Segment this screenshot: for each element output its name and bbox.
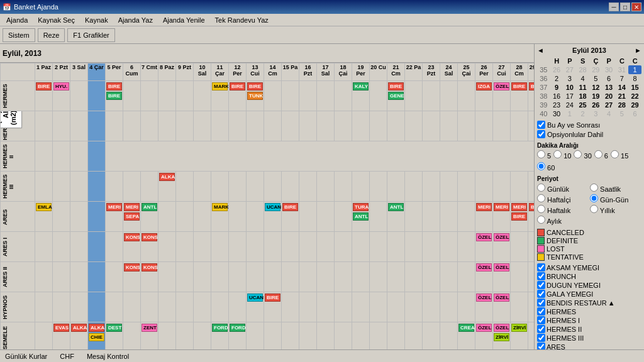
event-block[interactable]: ÖZEL [494,263,509,272]
mini-cal-day[interactable]: 4 [576,74,589,83]
hermesi-room-check[interactable] [537,316,545,324]
cell-ares-24[interactable] [440,202,458,232]
cell-ares-22[interactable] [405,202,423,232]
mini-cal-next[interactable]: ► [635,47,641,54]
cell-aresii-20[interactable] [370,262,387,292]
cell-hermesi-28[interactable] [511,111,528,141]
maximize-button[interactable]: □ [620,3,630,11]
event-block[interactable]: FORD [212,324,228,332]
cell-ares-11[interactable]: MARK [211,202,229,232]
cell-hermesiii-23[interactable] [423,172,440,202]
cell-hermes-18[interactable] [335,81,352,111]
cell-hypnos-24[interactable] [440,292,458,322]
cell-hermesi-23[interactable] [423,111,440,141]
event-block[interactable]: SEPA [124,212,140,221]
mini-cal-day[interactable]: 28 [576,65,589,74]
cell-hermes-19[interactable]: KALY [352,81,370,111]
event-block[interactable]: MERI [476,203,492,211]
event-block[interactable]: DEST [106,324,122,332]
cell-ares-23[interactable] [423,202,440,232]
cell-ares-4[interactable] [88,202,106,232]
event-block[interactable]: EMLA [36,203,52,211]
cell-ares-1[interactable]: EMLA [35,202,53,232]
cell-hermesi-3[interactable] [70,111,88,141]
cell-semele-8[interactable] [158,322,176,350]
mini-cal-day[interactable]: 19 [589,92,602,101]
cell-hermesi-7[interactable] [141,111,158,141]
event-block[interactable]: BIRE [388,82,404,90]
cell-ares-20[interactable] [370,202,387,232]
cell-semele-3[interactable]: ALKA [70,322,88,350]
cell-hermesiii-28[interactable] [511,172,528,202]
menu-kaynak-sec[interactable]: Kaynak Seç [33,14,80,26]
mini-cal-day[interactable]: 6 [602,74,616,83]
cell-hermes-29[interactable]: BIRE [528,81,535,111]
mini-cal-day[interactable]: 26 [550,65,564,74]
f1-grafikler-button[interactable]: F1 Grafikler [67,28,114,42]
cell-semele-21[interactable] [387,322,405,350]
cell-hypnos-10[interactable] [194,292,211,322]
cell-semele-1[interactable] [35,322,53,350]
event-block[interactable]: IZGA [476,82,492,90]
aksam-check[interactable] [537,263,545,272]
cell-hermesiii-11[interactable] [211,172,229,202]
event-block[interactable]: UCAN [247,293,263,302]
cell-aresii-2[interactable] [53,262,70,292]
mini-cal-day[interactable]: 31 [616,65,629,74]
cell-hermesiii-15[interactable] [282,172,299,202]
cell-hermes-21[interactable]: BIREGENE [387,81,405,111]
mini-cal-day[interactable]: 29 [589,65,602,74]
cell-hypnos-23[interactable] [423,292,440,322]
cell-hypnos-11[interactable] [211,292,229,322]
event-block[interactable]: MERI [511,203,527,211]
event-block[interactable]: ÖZEL [476,233,492,241]
gala-check[interactable] [537,290,545,298]
cell-aresii-24[interactable] [440,262,458,292]
cell-aresii-17[interactable] [317,262,335,292]
cell-aresii-28[interactable] [511,262,528,292]
cell-hermes-27[interactable]: ÖZEL [493,81,511,111]
opsiyonlular-checkbox[interactable] [537,130,545,138]
mini-cal-day[interactable]: 6 [628,109,641,118]
mini-cal-day[interactable]: 13 [602,83,616,92]
cell-hermesi-9[interactable] [176,111,194,141]
cell-semele-19[interactable] [352,322,370,350]
cell-hermesiii-5[interactable] [106,172,123,202]
cell-hermesiii-1[interactable] [35,172,53,202]
cell-hypnos-20[interactable] [370,292,387,322]
cell-aresii-18[interactable] [335,262,352,292]
cell-semele-24[interactable] [440,322,458,350]
cell-semele-22[interactable] [405,322,423,350]
mini-cal-day[interactable]: 28 [616,101,629,109]
cell-ares-19[interactable]: TURAANTL [352,202,370,232]
cell-aresii-16[interactable] [299,262,317,292]
cell-aresii-9[interactable] [176,262,194,292]
cell-aresii-6[interactable]: KONS [123,262,141,292]
radio-aylik[interactable] [537,216,545,224]
sistem-button[interactable]: Sistem [3,28,35,42]
cell-aresii-1[interactable] [35,262,53,292]
cell-hermesiii-6[interactable] [123,172,141,202]
cell-hypnos-21[interactable] [387,292,405,322]
event-block[interactable]: TURA [353,203,369,211]
cell-aresi-21[interactable] [387,232,405,262]
grid-container[interactable]: 1 Paz 2 Pzt 3 Sal 4 Çar 5 Per 6 Cum 7 Cm… [0,63,534,349]
cell-aresii-12[interactable] [229,262,247,292]
mini-cal-day[interactable]: 9 [550,83,564,92]
event-block[interactable]: ÖZEL [476,293,492,302]
cell-hermesi-12[interactable] [229,111,247,141]
cell-aresii-22[interactable] [405,262,423,292]
cell-hermesi-20[interactable] [370,111,387,141]
event-block[interactable]: ÖZEL [494,233,509,241]
cell-aresi-13[interactable] [247,232,264,262]
event-block[interactable]: BIRE [529,203,534,211]
cell-aresi-7[interactable]: KONS [141,232,158,262]
cell-aresii-25[interactable] [458,262,475,292]
cell-ares-26[interactable]: MERI [475,202,493,232]
event-block[interactable]: KALY [353,82,369,90]
cell-aresii-4[interactable] [88,262,106,292]
radio-yillik[interactable] [590,205,598,213]
minimize-button[interactable]: ─ [609,3,619,11]
cell-hermesi-15[interactable] [282,111,299,141]
cell-hermesi-1[interactable] [35,111,53,141]
